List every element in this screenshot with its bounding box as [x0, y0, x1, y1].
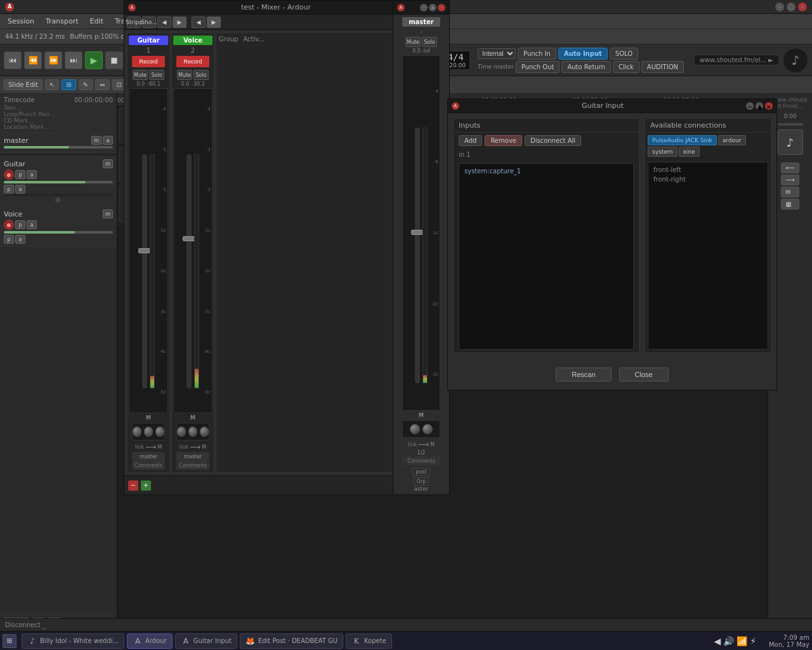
taskbar-item-2[interactable]: AGuitar Input — [175, 633, 237, 649]
mixer-voice-name[interactable]: Voice — [173, 36, 213, 45]
guitar-dialog-resize[interactable]: ▲ — [756, 102, 763, 110]
taskbar-tray-icon1[interactable]: ◀ — [714, 636, 721, 646]
connection-item[interactable]: system:capture_1 — [462, 166, 631, 176]
track-guitar-p-button[interactable]: p — [15, 170, 25, 179]
rescan-button[interactable]: Rescan — [556, 368, 611, 381]
track-guitar-a-button[interactable]: a — [27, 170, 37, 179]
mixer-guitar-fader-track[interactable] — [142, 154, 147, 388]
mixer-guitar-knob2[interactable] — [144, 427, 153, 437]
master-solo-button[interactable]: Solo — [422, 37, 437, 47]
mixer-guitar-fader-area[interactable]: -4-3-3-1c-2c-3c-4c-5c — [129, 88, 168, 413]
right-panel-icon[interactable]: ♪ — [778, 129, 803, 155]
add-io-button[interactable]: Add — [459, 135, 482, 146]
maximize-button[interactable]: □ — [787, 3, 796, 11]
internal-select[interactable]: Internal — [478, 48, 516, 59]
avail-tab-3[interactable]: xine — [679, 147, 700, 157]
track-item-master[interactable]: master m a — [0, 133, 117, 153]
guitar-dialog-minimize[interactable]: − — [746, 102, 754, 110]
mixer-arrow-right-2[interactable]: ▶ — [207, 17, 221, 28]
mixer-shows-button[interactable]: Sho... — [142, 17, 156, 28]
close-button[interactable]: × — [798, 3, 807, 11]
taskbar-tray-icon4[interactable]: ⚡ — [750, 636, 756, 646]
master-mute-button[interactable]: Mute — [405, 37, 421, 47]
taskbar-apps-button[interactable]: ⊞ — [3, 634, 16, 648]
stop-button[interactable]: ■ — [105, 51, 123, 69]
punch-out-button[interactable]: Punch Out — [516, 61, 560, 73]
track-voice-rec-button[interactable]: ● — [4, 220, 14, 230]
remove-io-button[interactable]: Remove — [485, 135, 522, 146]
mixer-voice-fader-track[interactable] — [187, 154, 192, 388]
mixer-guitar-knob1[interactable] — [133, 427, 141, 437]
rewind-to-start-button[interactable]: ⏮ — [4, 51, 22, 69]
available-item-0[interactable]: front-left — [651, 165, 765, 175]
right-panel-back-button[interactable]: ⟵ — [781, 162, 799, 173]
play-button[interactable]: ▶ — [85, 51, 103, 69]
mixer-arrow-right-1[interactable]: ▶ — [173, 17, 187, 28]
available-item-1[interactable]: front-right — [651, 175, 765, 184]
right-panel-compose-button[interactable]: ✉ — [781, 187, 799, 197]
rewind-button[interactable]: ⏪ — [24, 51, 42, 69]
disconnect-all-button[interactable]: Disconnect All — [525, 135, 581, 146]
fast-forward-button[interactable]: ⏩ — [44, 51, 62, 69]
taskbar-item-1[interactable]: AArdour — [127, 633, 173, 649]
mixer-arrow-left-2[interactable]: ◀ — [192, 17, 206, 28]
master-comments-button[interactable]: Comments — [402, 456, 440, 465]
track-guitar-rec-button[interactable]: ● — [4, 169, 14, 180]
track-master-m-button[interactable]: m — [91, 136, 102, 145]
taskbar-item-0[interactable]: ♪Billy Idol - White weddi... — [22, 633, 124, 649]
punch-in-button[interactable]: Punch In — [518, 48, 556, 60]
mixer-voice-knob2[interactable] — [188, 427, 197, 437]
taskbar-item-4[interactable]: KKopete — [346, 633, 392, 649]
menu-item-session[interactable]: Session — [3, 16, 39, 27]
guitar-dialog-close[interactable]: × — [765, 102, 773, 110]
track-voice-a-button[interactable]: a — [27, 220, 37, 229]
mixer-voice-comments-button[interactable]: Comments — [176, 461, 209, 470]
taskbar-tray-icon3[interactable]: 📶 — [737, 636, 747, 646]
minimize-button[interactable]: − — [775, 3, 784, 11]
avail-tab-2[interactable]: system — [648, 147, 678, 157]
master-mixer-btn3[interactable]: × — [438, 4, 445, 11]
master-fader-track[interactable] — [415, 128, 420, 383]
tool-draw[interactable]: ✎ — [79, 79, 93, 90]
menu-item-edit[interactable]: Edit — [85, 16, 108, 27]
taskbar-tray-icon2[interactable]: 🔊 — [723, 636, 734, 646]
tool-pointer[interactable]: ↖ — [45, 79, 59, 90]
taskbar-item-3[interactable]: 🦊Edit Post · DEADBEAT GU — [240, 633, 343, 649]
mixer-voice-knob3[interactable] — [200, 427, 209, 437]
mixer-guitar-comments-button[interactable]: Comments — [132, 461, 165, 470]
mixer-strips-button[interactable]: Strips — [127, 17, 141, 28]
mixer-arrow-left-1[interactable]: ◀ — [157, 17, 171, 28]
mixer-guitar-solo-button[interactable]: Solo — [149, 70, 164, 80]
mixer-voice-mute-button[interactable]: Mute — [177, 70, 192, 80]
mixer-voice-knob1[interactable] — [177, 427, 186, 437]
master-mixer-btn2[interactable]: ▲ — [429, 4, 436, 11]
mixer-guitar-mute-button[interactable]: Mute — [133, 70, 148, 80]
master-fader-area[interactable]: -4-8-1c-2c-3c — [402, 55, 440, 411]
avail-tab-1[interactable]: ardour — [718, 135, 746, 145]
mixer-voice-solo-button[interactable]: Solo — [193, 70, 209, 80]
mixer-guitar-name[interactable]: Guitar — [129, 36, 168, 45]
mixer-voice-fader-handle[interactable] — [183, 236, 195, 241]
right-panel-forward-button[interactable]: ⟶ — [781, 175, 799, 185]
master-knob1[interactable] — [410, 424, 420, 434]
tool-stretch[interactable]: ⇔ — [95, 79, 109, 90]
slide-edit-button[interactable]: Slide Edit — [4, 79, 43, 90]
mixer-add-button[interactable]: + — [141, 481, 151, 491]
solo-button[interactable]: SOLO — [610, 48, 638, 60]
click-button[interactable]: Click — [613, 61, 639, 73]
mixer-guitar-record-button[interactable]: Record — [132, 56, 165, 67]
auto-input-button[interactable]: Auto Input — [558, 48, 608, 60]
track-guitar-a2-button[interactable]: a — [15, 185, 25, 194]
menu-item-transport[interactable]: Transport — [41, 16, 84, 27]
right-panel-extra-button[interactable]: ▦ — [781, 199, 799, 209]
mixer-voice-record-button[interactable]: Record — [176, 56, 209, 67]
tool-range[interactable]: ⊞ — [62, 79, 75, 90]
track-item-guitar[interactable]: Guitar m ● p a p a — [0, 157, 117, 207]
track-item-voice[interactable]: Voice m ● p a p a — [0, 207, 117, 247]
track-guitar-p2-button[interactable]: p — [4, 185, 14, 194]
mixer-guitar-fader-handle[interactable] — [138, 248, 151, 253]
mixer-guitar-knob3[interactable] — [155, 427, 164, 437]
track-voice-m-button[interactable]: m — [103, 209, 113, 218]
close-dialog-button[interactable]: Close — [619, 368, 669, 381]
track-guitar-m-button[interactable]: m — [103, 159, 113, 168]
